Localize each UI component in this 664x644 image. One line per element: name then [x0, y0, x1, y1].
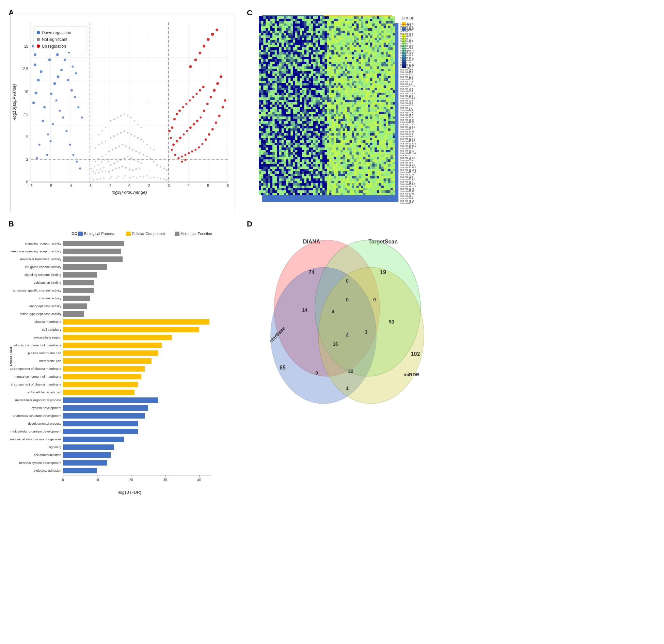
svg-text:extracellular region: extracellular region: [34, 335, 61, 339]
svg-text:hsa-mir-29b-2: hsa-mir-29b-2: [400, 126, 415, 128]
svg-text:2: 2: [26, 157, 28, 161]
svg-rect-402: [63, 405, 148, 411]
svg-point-198: [163, 178, 165, 180]
svg-point-61: [50, 140, 52, 142]
svg-text:serine-type peptidase activity: serine-type peptidase activity: [19, 312, 61, 316]
svg-point-183: [125, 175, 126, 176]
svg-point-168: [120, 115, 122, 116]
svg-text:7.5: 7.5: [23, 112, 28, 116]
svg-point-44: [35, 92, 37, 94]
svg-text:hsa-mir-30c-2: hsa-mir-30c-2: [400, 157, 415, 159]
svg-text:32: 32: [348, 368, 353, 374]
svg-point-137: [98, 158, 99, 159]
svg-text:hsa-mir-1975: hsa-mir-1975: [400, 188, 414, 190]
svg-point-149: [117, 133, 118, 135]
svg-point-151: [123, 130, 125, 132]
svg-point-226: [216, 29, 218, 31]
svg-point-106: [96, 169, 98, 171]
svg-point-202: [179, 137, 181, 139]
svg-rect-378: [63, 311, 84, 317]
svg-point-134: [139, 152, 140, 154]
svg-text:12.5: 12.5: [21, 67, 28, 71]
svg-text:hsa-mir-181b-1: hsa-mir-181b-1: [400, 185, 416, 188]
svg-rect-412: [63, 444, 114, 450]
svg-text:multicellular organism develop: multicellular organism development: [11, 429, 61, 433]
svg-point-208: [181, 161, 183, 163]
svg-text:hsa-mir-1271: hsa-mir-1271: [400, 173, 414, 176]
svg-point-126: [112, 149, 113, 151]
svg-point-209: [184, 159, 186, 161]
svg-point-235: [189, 99, 191, 101]
svg-text:hsa-let-7c: hsa-let-7c: [400, 154, 411, 157]
svg-point-46: [40, 70, 43, 73]
svg-rect-384: [63, 335, 172, 340]
svg-text:hsa-mir-223: hsa-mir-223: [400, 104, 413, 107]
svg-text:molecular transducer activity: molecular transducer activity: [20, 257, 62, 261]
svg-point-55: [60, 69, 63, 71]
svg-text:-log10 (FDR): -log10 (FDR): [117, 490, 141, 495]
svg-rect-418: [63, 468, 97, 473]
svg-point-117: [137, 161, 139, 162]
svg-text:biological adhesion: biological adhesion: [34, 469, 61, 472]
svg-point-72: [79, 168, 81, 170]
svg-point-181: [118, 175, 119, 177]
svg-point-47: [34, 63, 36, 66]
svg-point-95: [122, 166, 124, 168]
svg-text:endopeptidase activity: endopeptidase activity: [29, 304, 61, 308]
svg-point-90: [34, 53, 36, 56]
svg-rect-380: [63, 319, 209, 325]
svg-text:14: 14: [302, 307, 307, 313]
svg-text:hsa-mir-502: hsa-mir-502: [400, 33, 413, 35]
svg-text:ion gated channel activity: ion gated channel activity: [25, 265, 61, 269]
svg-point-185: [133, 176, 134, 177]
svg-text:hsa-mir-181d: hsa-mir-181d: [400, 150, 414, 152]
svg-rect-392: [63, 366, 145, 372]
svg-text:hsa-mir-514-2: hsa-mir-514-2: [400, 92, 415, 95]
svg-point-253: [224, 99, 226, 102]
svg-text:membrane part: membrane part: [39, 359, 62, 363]
svg-point-77: [64, 59, 66, 61]
svg-text:hsa-mir-9-3: hsa-mir-9-3: [400, 107, 412, 109]
svg-text:hsa-mir-9-1: hsa-mir-9-1: [400, 83, 412, 85]
svg-point-91: [108, 171, 110, 173]
svg-point-125: [108, 151, 110, 152]
svg-point-43: [32, 101, 35, 104]
svg-point-59: [62, 116, 64, 119]
svg-point-243: [191, 151, 193, 153]
svg-point-153: [130, 133, 132, 135]
svg-text:hsa-mir-181a-2: hsa-mir-181a-2: [400, 171, 416, 173]
svg-rect-414: [63, 452, 111, 458]
svg-text:19: 19: [380, 269, 386, 275]
svg-rect-398: [63, 390, 135, 395]
svg-point-139: [143, 154, 144, 156]
svg-point-191: [93, 179, 94, 180]
panel-b-label: B: [9, 220, 14, 229]
svg-point-120: [104, 159, 106, 161]
svg-point-50: [47, 133, 49, 136]
svg-text:hsa-mir-589: hsa-mir-589: [400, 68, 413, 71]
svg-text:cell communication: cell communication: [34, 453, 61, 457]
svg-point-132: [132, 149, 133, 151]
svg-point-108: [103, 167, 105, 169]
svg-text:4: 4: [332, 309, 334, 314]
svg-text:hsa-mir-222: hsa-mir-222: [400, 66, 413, 68]
svg-point-133: [135, 151, 137, 152]
svg-text:hsa-mir-514-1: hsa-mir-514-1: [400, 123, 415, 126]
svg-rect-366: [63, 264, 107, 270]
svg-point-236: [192, 96, 194, 98]
svg-point-252: [222, 106, 224, 109]
svg-rect-382: [63, 327, 199, 332]
svg-point-227: [170, 137, 172, 139]
svg-text:hsa-mir-27a: hsa-mir-27a: [400, 80, 413, 83]
svg-point-167: [117, 116, 118, 118]
svg-point-98: [132, 169, 133, 171]
svg-point-159: [98, 144, 99, 145]
volcano-plot: 0 2 5 7.5 10 12.5 15 -6 -5 -4 -3 -2 0 2 …: [10, 14, 235, 211]
svg-text:hsa-mir-181a-1: hsa-mir-181a-1: [400, 169, 416, 171]
svg-text:intrinsic component of membran: intrinsic component of membrane: [14, 343, 61, 347]
svg-point-206: [174, 154, 176, 156]
svg-rect-390: [63, 358, 152, 364]
svg-point-48: [43, 106, 46, 109]
svg-point-203: [183, 133, 185, 136]
svg-point-201: [176, 140, 178, 142]
